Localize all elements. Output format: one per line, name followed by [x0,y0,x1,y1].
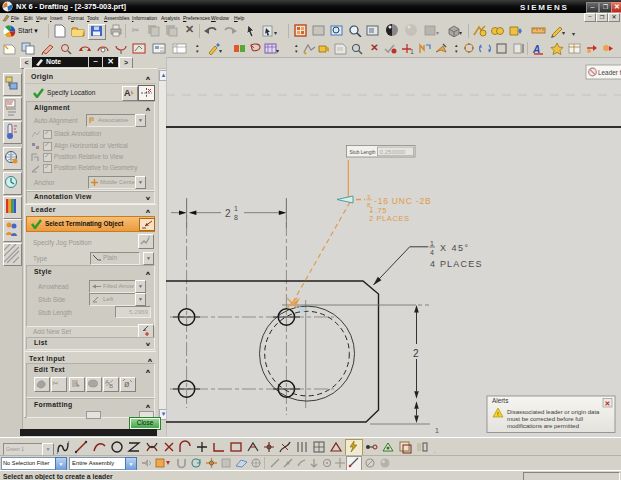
svg-text:Alerts: Alerts [492,397,508,404]
svg-text:1: 1 [430,240,434,247]
svg-text:✕: ✕ [605,400,611,407]
svg-text:ø: ø [124,379,130,389]
svg-text:A: A [124,88,131,98]
svg-text:4 PLACES: 4 PLACES [430,259,483,269]
svg-text:2: 2 [225,208,231,219]
svg-text:2: 2 [413,348,419,359]
svg-text:1: 1 [234,205,238,212]
svg-text:modifications are permitted: modifications are permitted [507,423,579,429]
svg-text:Leader t: Leader t [598,69,621,76]
svg-text:must be corrected before full: must be corrected before full [507,416,583,422]
svg-text:B: B [109,383,113,389]
svg-text:Disassociated leader or origin: Disassociated leader or origin data [507,409,600,415]
svg-text:-16 UNC -2B: -16 UNC -2B [374,196,431,206]
svg-text:Stub Length: Stub Length [350,148,376,155]
svg-text:4: 4 [430,249,434,256]
svg-text:2 PLACES: 2 PLACES [369,214,410,223]
svg-text:X 45°: X 45° [440,243,470,253]
svg-text:8: 8 [234,214,238,221]
svg-text:0.250000: 0.250000 [380,148,406,155]
svg-text:1: 1 [435,427,439,434]
svg-text:1: 1 [410,48,414,55]
